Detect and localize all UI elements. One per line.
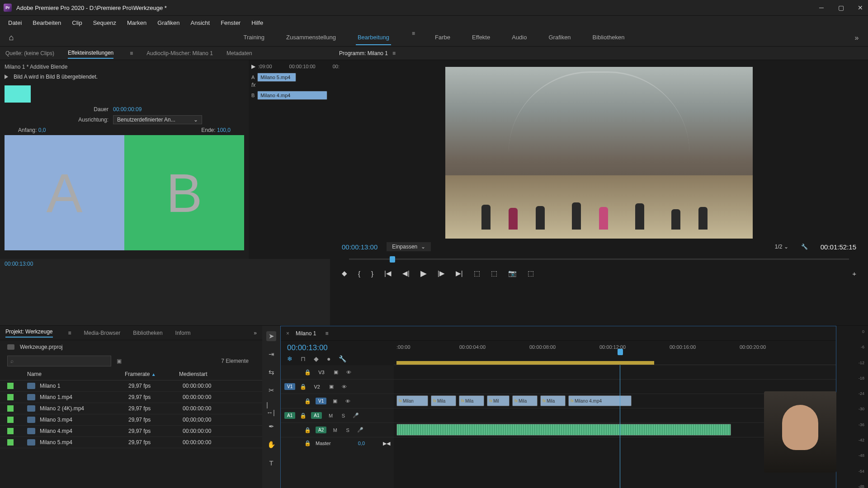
menu-bearbeiten[interactable]: Bearbeiten <box>28 18 66 28</box>
project-item[interactable]: Milano 2 (4K).mp429,97 fps00:00:00:00 <box>0 403 262 414</box>
go-to-in-icon[interactable]: |◀ <box>384 269 392 277</box>
new-bin-icon[interactable]: ▣ <box>117 358 122 364</box>
lock-icon[interactable]: 🔒 <box>304 369 311 375</box>
sequence-name[interactable]: Milano 1 <box>296 330 316 337</box>
eye-icon[interactable]: 👁 <box>344 397 352 405</box>
type-tool[interactable]: T <box>266 458 276 468</box>
tab-projekt[interactable]: Projekt: Werkzeuge <box>5 328 53 338</box>
video-clip[interactable]: fxMilano 4.mp4 <box>568 395 632 406</box>
track-a1-header[interactable]: A1 🔒 A1 M S 🎤 <box>281 408 394 423</box>
go-to-out-icon[interactable]: ▶| <box>456 269 463 277</box>
program-monitor[interactable] <box>445 67 753 239</box>
video-clip[interactable]: fxMila <box>512 395 538 406</box>
extract-icon[interactable]: ⬚ <box>491 269 497 277</box>
ws-grafiken[interactable]: Grafiken <box>547 30 572 45</box>
playhead-handle[interactable] <box>618 349 623 355</box>
menu-hilfe[interactable]: Hilfe <box>247 18 268 28</box>
close-button[interactable]: ✕ <box>856 4 864 12</box>
lock-icon[interactable]: 🔒 <box>304 440 311 446</box>
pen-tool[interactable]: ✒ <box>266 422 276 432</box>
lift-icon[interactable]: ⬚ <box>474 269 480 277</box>
ws-zusammenstellung[interactable]: Zusammenstellung <box>284 30 338 45</box>
razor-tool[interactable]: ✂ <box>266 385 276 395</box>
ws-audio[interactable]: Audio <box>510 30 528 45</box>
effect-timecode[interactable]: 00:00:13:00 <box>0 259 330 269</box>
menu-grafiken[interactable]: Grafiken <box>153 18 184 28</box>
mute-button[interactable]: M <box>331 426 339 434</box>
mark-in-icon[interactable]: ◆ <box>342 269 347 277</box>
lock-icon[interactable]: 🔒 <box>304 398 311 404</box>
mic-icon[interactable]: 🎤 <box>356 426 364 434</box>
project-item[interactable]: Milano 129,97 fps00:00:00:00 <box>0 380 262 392</box>
ws-bearbeitung[interactable]: Bearbeitung <box>356 30 391 45</box>
col-framerate[interactable]: Framerate ▲ <box>125 371 179 377</box>
track-v2-header[interactable]: V1 🔒 V2 ▣ 👁 <box>281 380 394 394</box>
expand-icon[interactable]: ▶◀ <box>383 441 390 446</box>
eye-icon[interactable]: 👁 <box>344 368 353 376</box>
effect-tab-menu-icon[interactable]: ≡ <box>130 50 133 56</box>
solo-button[interactable]: S <box>339 412 347 420</box>
project-item[interactable]: Milano 1.mp429,97 fps00:00:00:00 <box>0 392 262 403</box>
selection-tool[interactable]: ➤ <box>266 331 276 341</box>
menu-clip[interactable]: Clip <box>67 18 86 28</box>
solo-button[interactable]: S <box>344 426 352 434</box>
tab-effekteinstellungen[interactable]: Effekteinstellungen <box>68 48 113 59</box>
tabs-overflow-icon[interactable]: » <box>254 330 257 336</box>
program-timecode[interactable]: 00:00:13:00 <box>342 243 377 251</box>
scrub-playhead[interactable] <box>390 256 395 263</box>
track-v3-lane[interactable] <box>394 365 836 380</box>
maximize-button[interactable]: ▢ <box>837 4 845 12</box>
mini-play-icon[interactable]: ▶ <box>251 63 255 70</box>
snap-icon[interactable]: ❄ <box>287 355 292 362</box>
toggle-icon[interactable]: ▣ <box>332 368 340 376</box>
ws-menu-icon[interactable]: ≡ <box>412 30 415 45</box>
add-marker-icon[interactable]: ● <box>327 355 330 362</box>
program-scale[interactable]: 1/2 ⌄ <box>775 244 788 250</box>
ripple-edit-tool[interactable]: ⇆ <box>266 367 276 377</box>
tab-audioclip-mischer[interactable]: Audioclip-Mischer: Milano 1 <box>146 48 213 58</box>
tab-media-browser[interactable]: Media-Browser <box>84 330 121 336</box>
a1-source-badge[interactable]: A1 <box>284 412 295 419</box>
play-button[interactable]: ▶ <box>420 268 427 278</box>
tab-inform[interactable]: Inform <box>175 330 191 336</box>
mic-icon[interactable]: 🎤 <box>352 412 360 420</box>
track-v1-header[interactable]: 🔒 V1 ▣ 👁 <box>281 394 394 408</box>
eye-icon[interactable]: 👁 <box>340 383 348 391</box>
timeline-menu-icon[interactable]: ≡ <box>325 330 328 337</box>
track-v3-header[interactable]: 🔒 V3 ▣ 👁 <box>281 365 394 380</box>
wrench-icon[interactable]: 🔧 <box>801 244 808 250</box>
effect-mini-timeline[interactable]: ▶ :09:00 00:00:10:00 00: A Milano 5.mp4 … <box>249 60 330 259</box>
program-menu-icon[interactable]: ≡ <box>392 50 396 56</box>
close-sequence-icon[interactable]: × <box>286 330 289 337</box>
project-item[interactable]: Milano 4.mp429,97 fps00:00:00:00 <box>0 426 262 437</box>
slip-tool[interactable]: |↔| <box>266 404 276 413</box>
video-clip[interactable]: fxMila <box>459 395 484 406</box>
mini-clip-b[interactable]: Milano 4.mp4 <box>257 91 327 100</box>
start-value[interactable]: 0,0 <box>38 127 46 133</box>
project-tab-menu-icon[interactable]: ≡ <box>68 330 71 336</box>
bracket-out-icon[interactable]: } <box>371 270 373 277</box>
ws-effekte[interactable]: Effekte <box>470 30 492 45</box>
timeline-ruler[interactable]: :00:00 00:00:04:00 00:00:08:00 00:00:12:… <box>394 342 836 365</box>
duration-value[interactable]: 00:00:00:09 <box>113 106 142 113</box>
track-select-tool[interactable]: ⇥ <box>266 349 276 359</box>
video-clip[interactable]: fxMil <box>487 395 509 406</box>
add-button-icon[interactable]: + <box>852 270 856 277</box>
camera-icon[interactable]: 📷 <box>508 269 517 277</box>
project-item[interactable]: Milano 3.mp429,97 fps00;00;00;00 <box>0 414 262 426</box>
marker-icon[interactable]: ◆ <box>314 355 319 362</box>
lock-icon[interactable]: 🔒 <box>300 413 307 419</box>
ws-overflow-icon[interactable]: » <box>845 34 868 42</box>
col-name[interactable]: Name <box>7 371 125 377</box>
lock-icon[interactable]: 🔒 <box>304 427 311 433</box>
master-value[interactable]: 0,0 <box>358 441 365 446</box>
timeline-timecode[interactable]: 00:00:13:00 <box>287 343 328 352</box>
minimize-button[interactable]: ─ <box>817 4 826 12</box>
ws-farbe[interactable]: Farbe <box>433 30 452 45</box>
menu-marken[interactable]: Marken <box>123 18 151 28</box>
tab-bibliotheken[interactable]: Bibliotheken <box>133 330 162 336</box>
menu-datei[interactable]: Datei <box>4 18 26 28</box>
ws-bibliotheken[interactable]: Bibliotheken <box>591 30 627 45</box>
mute-button[interactable]: M <box>326 412 335 420</box>
end-value[interactable]: 100,0 <box>217 127 231 133</box>
